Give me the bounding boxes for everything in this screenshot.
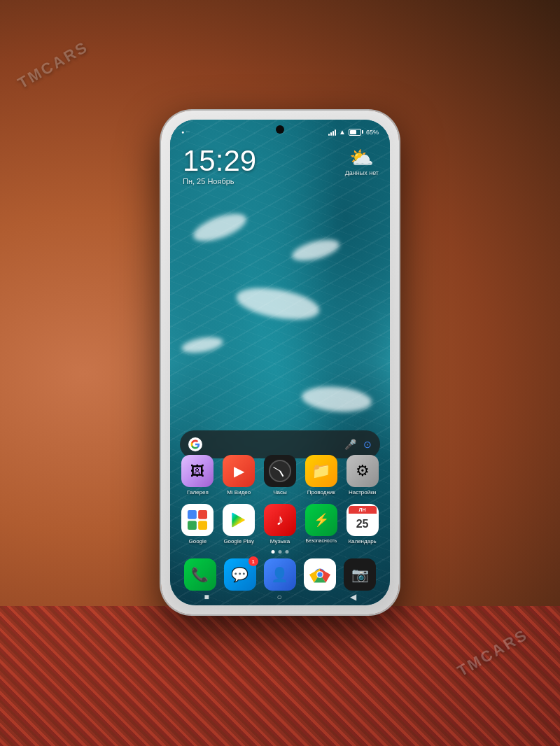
files-label: Проводник: [307, 489, 335, 496]
settings-label: Настройки: [349, 489, 376, 496]
signal-bars: [328, 129, 336, 136]
battery-fill: [350, 130, 356, 134]
dock: 📞 💬 1 👤: [180, 555, 380, 594]
calendar-label: Календарь: [348, 538, 376, 545]
date-display: Пн, 25 Ноябрь: [183, 177, 256, 185]
page-dot-3: [286, 550, 289, 554]
music-icon: ♪: [264, 504, 296, 536]
battery-percentage: 65%: [366, 129, 379, 136]
weather-widget[interactable]: ⛅ Данных нет: [345, 146, 379, 176]
app-security[interactable]: ⚡ Безопасность: [302, 504, 340, 545]
google-play-label: Google Play: [223, 538, 254, 545]
security-label: Безопасность: [305, 538, 337, 544]
page-dot-2: [279, 550, 282, 554]
time-widget: 15:29 Пн, 25 Ноябрь: [183, 146, 256, 185]
google-icon: [181, 504, 214, 536]
nav-recent-button[interactable]: ■: [204, 592, 209, 602]
google-play-icon: [223, 504, 255, 536]
clock-face: [269, 460, 291, 482]
app-calendar[interactable]: ЛН 25 Календарь: [344, 504, 382, 545]
battery-body: [349, 129, 361, 136]
signal-bar-3: [332, 131, 334, 136]
app-music[interactable]: ♪ Музыка: [261, 504, 299, 545]
wifi-icon: ▲: [339, 128, 346, 136]
clock-minute-hand: [273, 467, 280, 471]
signal-bar-2: [330, 132, 332, 136]
music-label: Музыка: [270, 538, 290, 545]
voice-search-icon[interactable]: 🎤: [344, 439, 356, 450]
navigation-bar: ■ ○ ◀: [170, 591, 390, 603]
mi-video-label: Mi Видео: [227, 489, 251, 496]
files-icon: 📁: [305, 455, 337, 487]
battery-icon: [349, 129, 363, 136]
page-dots: [272, 550, 289, 554]
calendar-day: ЛН: [359, 507, 366, 512]
mi-video-icon: ▶: [223, 455, 255, 487]
weather-icon: ⛅: [349, 146, 374, 169]
dock-contacts[interactable]: 👤: [264, 558, 296, 591]
nav-home-button[interactable]: ○: [276, 592, 281, 602]
app-clock[interactable]: Часы: [261, 455, 299, 496]
lens-search-icon[interactable]: ⊙: [363, 439, 372, 450]
camera-notch: [276, 125, 284, 134]
svg-rect-1: [199, 510, 208, 519]
google-label: Google: [188, 538, 206, 545]
background-carpet: [0, 606, 560, 746]
dock-chrome[interactable]: [304, 558, 336, 591]
status-right: ▲ 65%: [328, 128, 379, 136]
svg-rect-0: [188, 510, 197, 519]
svg-rect-2: [188, 521, 197, 530]
google-g-logo: [188, 437, 202, 451]
app-grid-row-1: 🖼 Галерея ▶ Mi Видео Часы: [170, 455, 390, 496]
clock-hour-hand: [279, 471, 284, 477]
gallery-icon: 🖼: [181, 455, 214, 487]
search-bar[interactable]: 🎤 ⊙: [180, 430, 380, 458]
nav-back-button[interactable]: ◀: [350, 592, 356, 602]
app-settings[interactable]: ⚙ Настройки: [344, 455, 382, 496]
dock-camera[interactable]: 📷: [344, 558, 376, 591]
dock-phone[interactable]: 📞: [184, 558, 216, 591]
page-dot-1: [272, 550, 275, 554]
app-google[interactable]: Google: [178, 504, 216, 545]
clock-icon: [264, 455, 296, 487]
settings-icon: ⚙: [346, 455, 379, 487]
battery-tip: [362, 130, 363, 134]
svg-point-7: [318, 572, 323, 577]
status-left-icons: ● ···: [181, 129, 190, 134]
weather-text: Данных нет: [345, 169, 379, 176]
app-grid-row-2: Google: [170, 504, 390, 545]
time-display: 15:29: [183, 146, 256, 176]
app-gallery[interactable]: 🖼 Галерея: [178, 455, 216, 496]
dock-messages[interactable]: 💬 1: [224, 558, 256, 591]
svg-rect-3: [199, 521, 208, 530]
clock-label: Часы: [273, 489, 287, 496]
app-files[interactable]: 📁 Проводник: [302, 455, 340, 496]
phone-body: ● ··· ▲ 65%: [161, 111, 399, 614]
signal-bar-4: [335, 129, 336, 136]
status-left: ● ···: [181, 129, 190, 134]
app-mi-video[interactable]: ▶ Mi Видео: [220, 455, 258, 496]
security-icon: ⚡: [305, 504, 337, 536]
gallery-label: Галерея: [187, 489, 209, 496]
app-google-play[interactable]: Google Play: [220, 504, 258, 545]
signal-bar-1: [328, 134, 330, 136]
phone-screen: ● ··· ▲ 65%: [170, 120, 390, 605]
calendar-date: 25: [356, 518, 369, 530]
calendar-icon: ЛН 25: [346, 504, 379, 536]
messages-badge: 1: [248, 556, 258, 566]
